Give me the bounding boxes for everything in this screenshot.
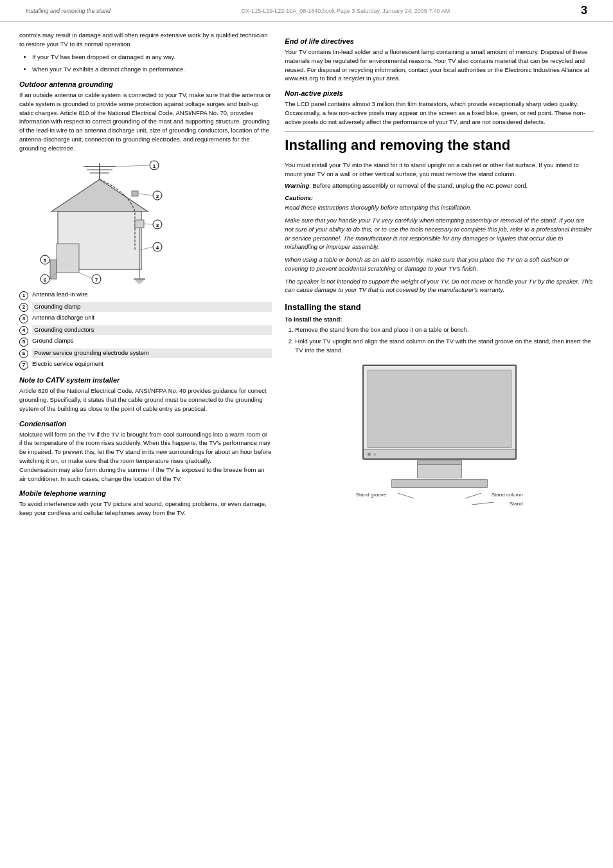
- warning-body: : Before attempting assembly or removal …: [309, 182, 528, 189]
- svg-text:5: 5: [44, 258, 47, 264]
- legend-item-7: 7 Electric service equipment: [19, 360, 272, 370]
- svg-text:4: 4: [156, 245, 159, 251]
- install-stand-heading: Installing the stand: [285, 302, 594, 312]
- section-title-header: Installing and removing the stand: [26, 8, 111, 14]
- legend-item-5: 5 Ground clamps: [19, 337, 272, 347]
- legend-num-1: 1: [19, 291, 28, 300]
- legend-num-4: 4: [19, 326, 28, 335]
- major-heading: Installing and removing the stand: [285, 137, 594, 154]
- end-of-life-heading: End of life directives: [285, 37, 594, 45]
- warning-text: Warning: Before attempting assembly or r…: [285, 182, 594, 189]
- antenna-svg: 1 2 3 4: [26, 160, 167, 285]
- legend-num-5: 5: [19, 338, 28, 347]
- legend-label-7: Electric service equipment: [32, 360, 103, 368]
- legend-label-3: Antenna discharge unit: [32, 314, 94, 322]
- warning-label: Warning: [285, 182, 309, 189]
- legend-num-7: 7: [19, 361, 28, 370]
- bullet-list: If your TV has been dropped or damaged i…: [27, 53, 272, 75]
- non-active-body: The LCD panel contains almost 3 million …: [285, 100, 594, 126]
- svg-rect-27: [57, 244, 79, 273]
- divider: [285, 131, 594, 132]
- svg-line-36: [398, 493, 414, 498]
- intro-text: controls may result in damage and will o…: [19, 31, 272, 49]
- page-header: Installing and removing the stand DX-L15…: [0, 0, 613, 22]
- svg-line-31: [79, 273, 92, 278]
- stand-illustration: Stand groove Stand column Stand: [285, 365, 594, 492]
- cautions-label: Cautions:: [285, 194, 594, 201]
- main-content: controls may result in damage and will o…: [0, 24, 613, 534]
- svg-text:6: 6: [44, 277, 47, 283]
- legend-list: 1 Antenna lead-in wire 2 Grounding clamp…: [19, 291, 272, 370]
- legend-num-6: 6: [19, 349, 28, 358]
- major-intro: You must install your TV into the stand …: [285, 161, 594, 179]
- svg-text:7: 7: [95, 277, 98, 283]
- bullet-item: If your TV has been dropped or damaged i…: [32, 53, 272, 62]
- end-of-life-body: Your TV contains tin-lead solder and a f…: [285, 48, 594, 83]
- step-1: Remove the stand from the box and place …: [295, 325, 594, 334]
- right-column: End of life directives Your TV contains …: [285, 31, 594, 521]
- catv-heading: Note to CATV system installer: [19, 376, 272, 384]
- legend-num-3: 3: [19, 314, 28, 323]
- caution-2: Make sure that you handle your TV very c…: [285, 216, 594, 251]
- svg-rect-15: [135, 220, 144, 228]
- condensation-body: Moisture will form on the TV if the TV i…: [19, 430, 272, 484]
- outdoor-antenna-heading: Outdoor antenna grounding: [19, 80, 272, 88]
- legend-item-6: 6 Power service grounding electrode syst…: [19, 348, 272, 358]
- mobile-warning-body: To avoid interference with your TV pictu…: [19, 500, 272, 518]
- condensation-heading: Condensation: [19, 420, 272, 428]
- legend-label-2: Grounding clamp: [32, 302, 272, 312]
- file-info: DX-L15-L19-L22-10A_08-1840.book Page 3 S…: [111, 8, 581, 14]
- svg-line-37: [465, 493, 481, 498]
- legend-item-1: 1 Antenna lead-in wire: [19, 291, 272, 300]
- antenna-diagram: 1 2 3 4: [26, 160, 272, 285]
- svg-text:3: 3: [156, 222, 159, 228]
- svg-text:2: 2: [156, 194, 159, 199]
- left-column: controls may result in damage and will o…: [19, 31, 272, 521]
- install-steps-label: To install the stand:: [285, 316, 594, 323]
- legend-num-2: 2: [19, 303, 28, 312]
- non-active-heading: Non-active pixels: [285, 89, 594, 97]
- svg-rect-23: [50, 260, 57, 279]
- caution-1: Read these instructions thoroughly befor…: [285, 203, 594, 212]
- legend-item-3: 3 Antenna discharge unit: [19, 314, 272, 323]
- legend-label-5: Ground clamps: [32, 337, 73, 345]
- bullet-item: When your TV exhibits a distinct change …: [32, 65, 272, 74]
- svg-line-16: [144, 224, 153, 224]
- mobile-warning-heading: Mobile telephone warning: [19, 489, 272, 497]
- legend-label-4: Grounding conductors: [32, 325, 272, 335]
- svg-rect-11: [132, 191, 138, 196]
- legend-label-1: Antenna lead-in wire: [32, 291, 88, 299]
- legend-label-6: Power service grounding electrode system: [32, 348, 272, 358]
- svg-line-12: [138, 194, 153, 195]
- install-steps: Remove the stand from the box and place …: [295, 325, 594, 354]
- outdoor-antenna-body: If an outside antenna or cable system is…: [19, 91, 272, 152]
- caution-3: When using a table or bench as an aid to…: [285, 255, 594, 273]
- caution-4: The speaker is not intended to support t…: [285, 277, 594, 295]
- legend-item-2: 2 Grounding clamp: [19, 302, 272, 312]
- step-2: Hold your TV upright and align the stand…: [295, 337, 594, 355]
- stand-label-lines: [356, 492, 523, 511]
- page-container: Installing and removing the stand DX-L15…: [0, 0, 613, 868]
- svg-line-8: [116, 165, 150, 167]
- svg-line-38: [472, 502, 494, 505]
- catv-body: Article 820 of the National Electrical C…: [19, 386, 272, 413]
- legend-item-4: 4 Grounding conductors: [19, 325, 272, 335]
- svg-text:1: 1: [153, 163, 156, 169]
- page-number: 3: [581, 4, 587, 17]
